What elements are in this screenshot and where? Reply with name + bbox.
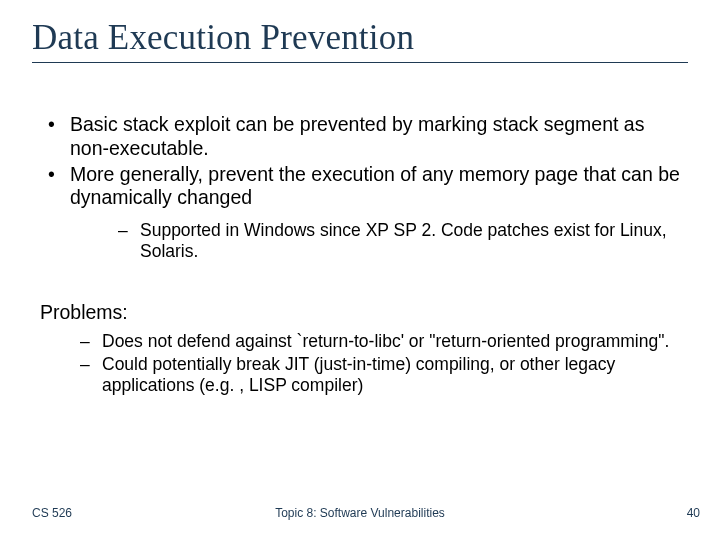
title-rule xyxy=(32,62,688,63)
problems-heading: Problems: xyxy=(40,301,688,325)
problems-item: Could potentially break JIT (just-in-tim… xyxy=(32,354,688,397)
slide: Data Execution Prevention Basic stack ex… xyxy=(0,0,720,540)
slide-title: Data Execution Prevention xyxy=(32,18,688,58)
footer-topic: Topic 8: Software Vulnerabilities xyxy=(0,506,720,520)
bullet-text: More generally, prevent the execution of… xyxy=(70,163,680,209)
sub-bullet-list: Supported in Windows since XP SP 2. Code… xyxy=(70,220,688,263)
footer-page-number: 40 xyxy=(687,506,700,520)
slide-content: Basic stack exploit can be prevented by … xyxy=(32,113,688,397)
bullet-item: More generally, prevent the execution of… xyxy=(32,163,688,263)
bullet-item: Basic stack exploit can be prevented by … xyxy=(32,113,688,161)
problems-item: Does not defend against `return-to-libc'… xyxy=(32,331,688,352)
bullet-list: Basic stack exploit can be prevented by … xyxy=(32,113,688,263)
sub-bullet-item: Supported in Windows since XP SP 2. Code… xyxy=(70,220,688,263)
problems-list: Does not defend against `return-to-libc'… xyxy=(32,331,688,397)
